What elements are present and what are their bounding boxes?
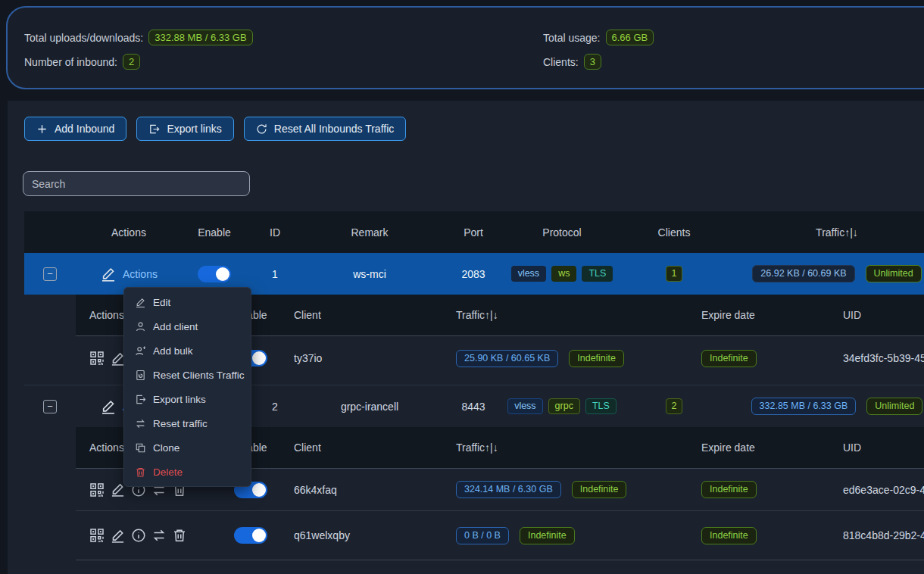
- protocol-tag: vless: [511, 266, 546, 282]
- export-links-button[interactable]: Export links: [136, 117, 233, 141]
- menu-item-label: Delete: [153, 466, 183, 478]
- reset-clients-icon: [135, 370, 146, 381]
- enable-toggle[interactable]: [198, 266, 231, 282]
- traffic-badge: 332.85 MB / 6.33 GB: [751, 398, 857, 415]
- limit-badge: Indefinite: [520, 527, 575, 544]
- add-inbound-button[interactable]: Add Inbound: [24, 117, 126, 141]
- header-client: Client: [286, 427, 447, 468]
- limit-badge: Indefinite: [569, 350, 624, 367]
- edit-pen-icon[interactable]: [100, 398, 117, 415]
- limit-badge: Unlimited: [866, 398, 922, 415]
- clone-icon: [135, 442, 146, 454]
- uploads-downloads-badge: 332.88 MB / 6.33 GB: [148, 30, 252, 45]
- delete-icon[interactable]: [172, 528, 187, 543]
- reset-traffic-icon[interactable]: [151, 528, 167, 543]
- header-expire-date: Expire date: [693, 295, 833, 335]
- inbound-port: 2083: [436, 253, 510, 295]
- expire-badge: Indefinite: [701, 527, 757, 544]
- menu-item-reset-traffic[interactable]: Reset traffic: [124, 411, 251, 435]
- protocol-tag: vless: [507, 398, 542, 414]
- traffic-badge: 25.90 KB / 60.65 KB: [456, 350, 558, 367]
- inbound-remark: ws-mci: [303, 253, 436, 295]
- header-remark: Remark: [303, 211, 436, 253]
- enable-toggle[interactable]: [234, 527, 267, 544]
- header-traffic-sort[interactable]: Traffic↑|↓: [447, 295, 693, 335]
- trash-icon: [135, 466, 146, 478]
- qr-code-icon[interactable]: [89, 482, 105, 498]
- menu-item-delete[interactable]: Delete: [124, 460, 251, 484]
- menu-item-label: Add client: [153, 321, 198, 332]
- traffic-badge: 26.92 KB / 60.69 KB: [752, 265, 854, 282]
- header-enable: Enable: [182, 211, 247, 253]
- menu-item-reset-clients-traffic[interactable]: Reset Clients Traffic: [124, 363, 251, 387]
- inbounds-page: Total uploads/downloads: 332.88 MB / 6.3…: [0, 0, 924, 574]
- inbound-remark: grpc-irancell: [303, 385, 436, 427]
- swap-arrows-icon: [135, 418, 146, 429]
- header-client: Client: [286, 295, 447, 335]
- menu-item-label: Clone: [153, 442, 179, 454]
- traffic-badge: 0 B / 0 B: [456, 527, 509, 544]
- edit-pen-icon[interactable]: [110, 528, 126, 544]
- clients-count-label: Clients:: [543, 56, 579, 68]
- add-inbound-label: Add Inbound: [55, 123, 114, 135]
- search-input[interactable]: [23, 171, 250, 196]
- header-traffic-sort[interactable]: Traffic↑|↓: [735, 211, 924, 253]
- menu-item-label: Reset traffic: [153, 418, 208, 429]
- client-uid: 818c4b8d-29b2-4: [833, 511, 924, 560]
- expire-badge: Indefinite: [701, 481, 757, 498]
- menu-item-label: Reset Clients Traffic: [153, 370, 245, 381]
- search-box: [23, 171, 250, 196]
- menu-item-add-bulk[interactable]: Add bulk: [124, 338, 251, 363]
- actions-context-menu: Edit Add client Add bulk Reset Clients T…: [123, 287, 251, 487]
- transport-tag: grpc: [548, 398, 580, 414]
- edit-pen-icon: [135, 297, 146, 308]
- stats-card: Total uploads/downloads: 332.88 MB / 6.3…: [6, 6, 924, 89]
- tls-tag: TLS: [582, 266, 613, 282]
- reset-all-traffic-label: Reset All Inbounds Traffic: [274, 123, 395, 135]
- header-protocol: Protocol: [510, 211, 613, 253]
- client-uid: 34efd3fc-5b39-45: [833, 336, 924, 380]
- inbound-port: 8443: [436, 385, 510, 427]
- header-uid: UID: [833, 427, 924, 468]
- edit-pen-icon[interactable]: [100, 266, 117, 282]
- client-count-badge: 1: [666, 266, 683, 282]
- total-usage-label: Total usage:: [543, 32, 601, 44]
- export-links-label: Export links: [167, 123, 221, 135]
- tls-tag: TLS: [585, 398, 617, 414]
- info-icon[interactable]: [131, 528, 146, 543]
- qr-code-icon[interactable]: [89, 351, 105, 366]
- traffic-badge: 324.14 MB / 6.30 GB: [456, 481, 561, 498]
- uploads-downloads-label: Total uploads/downloads:: [24, 32, 143, 44]
- export-icon: [148, 123, 160, 135]
- inbound-id: 2: [247, 385, 303, 427]
- menu-item-edit[interactable]: Edit: [124, 290, 251, 314]
- header-traffic-sort[interactable]: Traffic↑|↓: [447, 427, 693, 468]
- limit-badge: Indefinite: [572, 481, 627, 498]
- export-icon: [135, 394, 146, 405]
- menu-item-clone[interactable]: Clone: [124, 435, 251, 460]
- qr-code-icon[interactable]: [89, 528, 105, 543]
- reset-all-traffic-button[interactable]: Reset All Inbounds Traffic: [244, 117, 407, 141]
- plus-icon: [36, 123, 48, 135]
- header-clients: Clients: [613, 211, 735, 253]
- menu-item-label: Export links: [153, 394, 206, 405]
- header-port: Port: [436, 211, 510, 253]
- user-icon: [135, 321, 146, 332]
- reload-icon: [256, 123, 267, 135]
- collapse-checkbox[interactable]: −: [43, 400, 57, 413]
- inbounds-table-header: Actions Enable ID Remark Port Protocol C…: [24, 211, 924, 253]
- total-usage-badge: 6.66 GB: [606, 30, 654, 45]
- clients-count-badge: 3: [584, 54, 601, 70]
- header-expire-date: Expire date: [693, 427, 833, 468]
- actions-dropdown-link[interactable]: Actions: [123, 268, 158, 280]
- user-add-icon: [135, 345, 146, 357]
- toolbar: Add Inbound Export links Reset All Inbou…: [24, 117, 406, 141]
- header-uid: UID: [833, 295, 924, 335]
- transport-tag: ws: [551, 266, 576, 282]
- inbound-count-label: Number of inbound:: [24, 56, 117, 68]
- collapse-checkbox[interactable]: −: [43, 267, 57, 281]
- menu-item-add-client[interactable]: Add client: [124, 314, 251, 338]
- menu-item-export-links[interactable]: Export links: [124, 387, 251, 411]
- header-actions: Actions: [76, 211, 182, 253]
- inbound-id: 1: [247, 253, 303, 295]
